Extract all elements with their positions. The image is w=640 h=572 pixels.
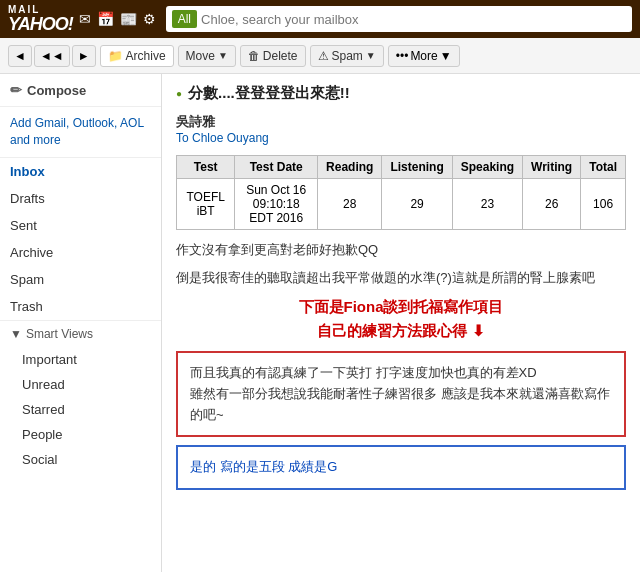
table-header-total: Total (581, 156, 626, 179)
body-text-2: 倒是我很寄佳的聽取讀超出我平常做題的水準(?)這就是所謂的腎上腺素吧 (176, 268, 626, 288)
search-bar: All (166, 6, 632, 32)
table-header-writing: Writing (523, 156, 581, 179)
sidebar: ✏ Compose Add Gmail, Outlook, AOL and mo… (0, 74, 162, 572)
calendar-icon[interactable]: 📅 (97, 11, 114, 27)
sidebar-item-drafts[interactable]: Drafts (0, 185, 161, 212)
settings-icon[interactable]: ⚙ (143, 11, 156, 27)
more-button[interactable]: ••• More ▼ (388, 45, 460, 67)
archive-button[interactable]: 📁 Archive (100, 45, 174, 67)
more-dropdown-icon: ▼ (440, 49, 452, 63)
news-icon[interactable]: 📰 (120, 11, 137, 27)
highlight-text-1: 下面是Fiona談到托福寫作項目 自己的練習方法跟心得 ⬇ (176, 295, 626, 343)
sidebar-item-trash[interactable]: Trash (0, 293, 161, 320)
sidebar-item-social[interactable]: Social (0, 447, 161, 472)
back-button[interactable]: ◄ (8, 45, 32, 67)
chevron-down-icon: ▼ (10, 327, 22, 341)
delete-button[interactable]: 🗑 Delete (240, 45, 306, 67)
move-button[interactable]: Move ▼ (178, 45, 236, 67)
subject-text: 分數....登登登登出來惹!! (188, 84, 350, 103)
add-accounts-link[interactable]: Add Gmail, Outlook, AOL and more (0, 107, 161, 158)
forward-button[interactable]: ► (72, 45, 96, 67)
unread-dot: ● (176, 88, 182, 99)
sidebar-item-spam[interactable]: Spam (0, 266, 161, 293)
more-dots-icon: ••• (396, 49, 409, 63)
compose-icon: ✏ (10, 82, 22, 98)
sidebar-item-important[interactable]: Important (0, 347, 161, 372)
spam-dropdown-icon: ▼ (366, 50, 376, 61)
table-row: TOEFL iBTSun Oct 16 09:10:18 EDT 2016282… (177, 179, 626, 230)
move-dropdown-icon: ▼ (218, 50, 228, 61)
toolbar: ◄ ◄◄ ► 📁 Archive Move ▼ 🗑 Delete ⚠ Spam … (0, 38, 640, 74)
text-box-1: 而且我真的有認真練了一下英打 打字速度加快也真的有差XD 雖然有一部分我想說我能… (176, 351, 626, 437)
table-header-listening: Listening (382, 156, 452, 179)
search-input[interactable] (201, 12, 626, 27)
back-all-button[interactable]: ◄◄ (34, 45, 70, 67)
sidebar-item-people[interactable]: People (0, 422, 161, 447)
smart-views-header[interactable]: ▼ Smart Views (0, 320, 161, 347)
text-box-2: 是的 寫的是五段 成績是G (176, 445, 626, 490)
table-header-date: Test Date (235, 156, 318, 179)
search-dropdown[interactable]: All (172, 10, 197, 28)
sender-block: 吳詩雅 To Chloe Ouyang (176, 113, 626, 145)
sidebar-item-starred[interactable]: Starred (0, 397, 161, 422)
nav-arrows: ◄ ◄◄ ► (8, 45, 96, 67)
sidebar-item-archive[interactable]: Archive (0, 239, 161, 266)
compose-button[interactable]: ✏ Compose (0, 74, 161, 107)
main-layout: ✏ Compose Add Gmail, Outlook, AOL and mo… (0, 74, 640, 572)
sender-name: 吳詩雅 (176, 113, 626, 131)
toefl-table: Test Test Date Reading Listening Speakin… (176, 155, 626, 230)
sidebar-item-sent[interactable]: Sent (0, 212, 161, 239)
table-header-test: Test (177, 156, 235, 179)
trash-icon: 🗑 (248, 49, 260, 63)
email-subject-line: ● 分數....登登登登出來惹!! (176, 84, 626, 103)
email-content: ● 分數....登登登登出來惹!! 吳詩雅 To Chloe Ouyang Te… (162, 74, 640, 572)
sidebar-item-inbox[interactable]: Inbox (0, 158, 161, 185)
spam-button[interactable]: ⚠ Spam ▼ (310, 45, 384, 67)
archive-icon: 📁 (108, 49, 123, 63)
body-text-1: 作文沒有拿到更高對老師好抱歉QQ (176, 240, 626, 260)
table-header-speaking: Speaking (452, 156, 522, 179)
table-header-reading: Reading (318, 156, 382, 179)
sidebar-item-unread[interactable]: Unread (0, 372, 161, 397)
top-icons: ✉ 📅 📰 ⚙ (79, 11, 156, 27)
yahoo-logo: MAIL YAHOO! (8, 5, 73, 33)
sender-to: To Chloe Ouyang (176, 131, 626, 145)
envelope-icon[interactable]: ✉ (79, 11, 91, 27)
spam-icon: ⚠ (318, 49, 329, 63)
top-bar: MAIL YAHOO! ✉ 📅 📰 ⚙ All (0, 0, 640, 38)
